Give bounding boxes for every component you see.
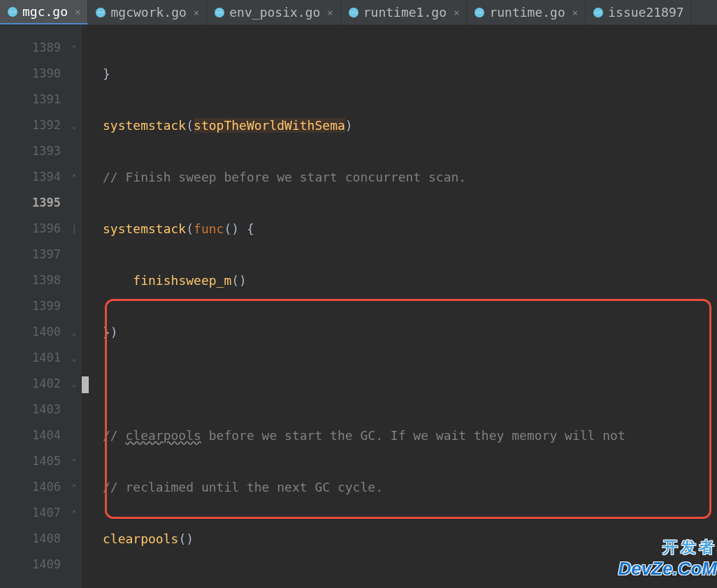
- svg-point-20: [475, 8, 484, 17]
- fold-marker: [66, 526, 82, 552]
- svg-point-3: [10, 11, 11, 12]
- fold-marker: [66, 397, 82, 422]
- svg-point-24: [481, 12, 481, 13]
- tab-label: runtime.go: [489, 5, 565, 20]
- go-file-icon: [214, 7, 225, 18]
- svg-point-8: [99, 12, 99, 13]
- line-number: 1401: [0, 345, 61, 371]
- line-number: 1398: [0, 267, 61, 293]
- close-icon[interactable]: ×: [572, 7, 578, 18]
- line-number: 1407: [0, 500, 61, 526]
- line-number: 1390: [0, 61, 61, 87]
- fold-marker[interactable]: ⌃: [66, 35, 82, 61]
- line-number: 1399: [0, 293, 61, 319]
- svg-point-13: [217, 12, 218, 13]
- fold-column: ⌃⌄⌃|⌄⌄⌄⌃⌃⌃: [66, 25, 82, 588]
- tab-runtime[interactable]: runtime.go ×: [467, 0, 586, 24]
- fold-marker: [66, 267, 82, 293]
- svg-point-29: [600, 12, 600, 13]
- code-line: finishsweep_m(): [103, 267, 717, 293]
- code-area[interactable]: } systemstack(stopTheWorldWithSema) // F…: [82, 25, 717, 588]
- code-line: systemstack(func() {: [103, 216, 717, 242]
- code-line: // reclaimed until the next GC cycle.: [103, 474, 717, 500]
- go-file-icon: [7, 6, 18, 17]
- line-number: 1408: [0, 526, 61, 552]
- line-number: 1396: [0, 216, 61, 242]
- code-line: }): [103, 319, 717, 345]
- line-number: 1403: [0, 397, 61, 422]
- code-line: systemstack(stopTheWorldWithSema): [103, 112, 717, 138]
- fold-marker[interactable]: ⌄: [66, 319, 82, 345]
- fold-marker[interactable]: ⌃: [66, 164, 82, 190]
- svg-point-18: [352, 12, 352, 13]
- tab-label: runtime1.go: [363, 5, 447, 20]
- line-number: 1391: [0, 87, 61, 112]
- editor-tabs: mgc.go × mgcwork.go × env_posix.go × run…: [0, 0, 717, 25]
- svg-point-10: [215, 8, 224, 17]
- fold-marker[interactable]: |: [66, 216, 82, 242]
- tab-env-posix[interactable]: env_posix.go ×: [207, 0, 340, 24]
- tab-mgc[interactable]: mgc.go ×: [0, 0, 88, 24]
- svg-point-14: [221, 12, 222, 13]
- svg-point-5: [96, 8, 106, 17]
- go-file-icon: [348, 7, 359, 18]
- code-line: [103, 578, 717, 588]
- line-number: 1402: [0, 371, 61, 397]
- tab-label: issue21897: [608, 5, 683, 20]
- line-number: 1400: [0, 319, 61, 345]
- code-line: clearpools(): [103, 526, 717, 552]
- fold-marker[interactable]: ⌄: [66, 112, 82, 138]
- line-number: 1405: [0, 448, 61, 474]
- tab-label: env_posix.go: [229, 5, 320, 20]
- fold-marker[interactable]: ⌄: [66, 345, 82, 371]
- close-icon[interactable]: ×: [194, 7, 199, 18]
- fold-marker: [66, 552, 82, 578]
- line-number: 1393: [0, 138, 61, 164]
- fold-marker: [66, 138, 82, 164]
- tab-label: mgcwork.go: [110, 5, 186, 20]
- line-number: 1397: [0, 242, 61, 267]
- line-number: 1392: [0, 112, 61, 138]
- line-number: 1395: [0, 190, 61, 216]
- close-icon[interactable]: ×: [327, 7, 333, 18]
- code-line: }: [103, 61, 717, 87]
- line-number: 1404: [0, 422, 61, 448]
- go-file-icon: [95, 7, 106, 18]
- svg-point-9: [102, 12, 103, 13]
- go-file-icon: [474, 7, 485, 18]
- svg-point-25: [593, 8, 603, 17]
- fold-marker[interactable]: ⌃: [66, 500, 82, 526]
- fold-marker: [66, 422, 82, 448]
- close-icon[interactable]: ×: [454, 7, 459, 18]
- svg-point-23: [477, 12, 478, 13]
- svg-point-28: [596, 12, 597, 13]
- fold-marker: [66, 87, 82, 112]
- line-number-gutter: 1389139013911392139313941395139613971398…: [0, 25, 66, 588]
- line-number: 1389: [0, 35, 61, 61]
- close-icon[interactable]: ×: [75, 6, 80, 17]
- fold-marker: [66, 190, 82, 216]
- tab-issue21897[interactable]: issue21897: [586, 0, 691, 24]
- svg-point-4: [14, 11, 15, 12]
- editor-area: 1389139013911392139313941395139613971398…: [0, 25, 717, 588]
- code-line: // clearpools before we start the GC. If…: [103, 422, 717, 448]
- text-cursor: [82, 376, 89, 393]
- svg-point-0: [8, 7, 17, 17]
- tab-runtime1[interactable]: runtime1.go ×: [341, 0, 468, 24]
- tab-mgcwork[interactable]: mgcwork.go ×: [88, 0, 207, 24]
- line-number: 1406: [0, 474, 61, 500]
- fold-marker: [66, 293, 82, 319]
- tab-label: mgc.go: [22, 4, 68, 19]
- fold-marker[interactable]: ⌃: [66, 448, 82, 474]
- svg-point-15: [349, 8, 358, 17]
- line-number: 1394: [0, 164, 61, 190]
- fold-marker[interactable]: ⌃: [66, 474, 82, 500]
- line-number: 1409: [0, 552, 61, 578]
- fold-marker[interactable]: ⌄: [66, 371, 82, 397]
- fold-marker: [66, 242, 82, 267]
- go-file-icon: [593, 7, 604, 18]
- fold-marker: [66, 61, 82, 87]
- code-line: // Finish sweep before we start concurre…: [103, 164, 717, 190]
- svg-point-19: [355, 12, 356, 13]
- code-line-current: [82, 371, 717, 397]
